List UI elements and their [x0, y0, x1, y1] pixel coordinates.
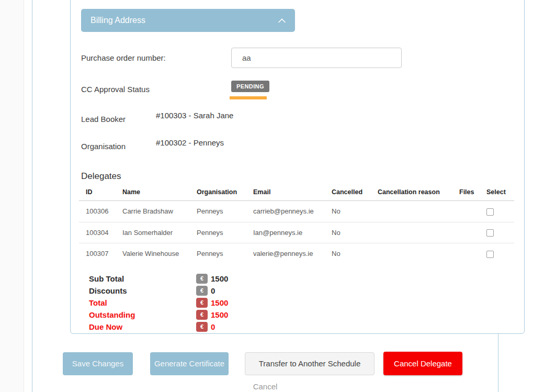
section-header-label: Billing Address [90, 16, 145, 25]
cell-name: Ian Somerhalder [116, 222, 190, 243]
purchase-order-input[interactable] [231, 48, 402, 68]
outstanding-value: 1500 [211, 310, 228, 319]
cc-approval-row: CC Approval Status PENDING [81, 81, 514, 99]
cell-files [452, 222, 480, 243]
billing-outer-panel: Billing Address Purchase order number: C… [32, 0, 498, 392]
col-header-email: Email [246, 185, 325, 201]
euro-icon: € [196, 298, 208, 308]
cell-select [480, 243, 514, 264]
select-checkbox[interactable] [486, 251, 494, 258]
cell-id: 100306 [79, 201, 116, 222]
cell-cancelled: No [325, 222, 371, 243]
total-label: Total [89, 298, 196, 307]
totals-section: Sub Total € 1500 Discounts € 0 Total € 1… [89, 273, 514, 333]
euro-icon: € [196, 274, 208, 284]
outstanding-row: Outstanding € 1500 [89, 309, 514, 321]
cell-id: 100304 [79, 222, 116, 243]
table-row: 100306 Carrie Bradshaw Penneys carrieb@p… [79, 201, 514, 222]
transfer-schedule-button[interactable]: Transfer to Another Schedule [245, 352, 375, 375]
cell-files [452, 201, 480, 222]
select-checkbox[interactable] [486, 208, 494, 216]
euro-icon: € [196, 310, 208, 320]
cell-organisation: Penneys [190, 243, 246, 264]
organisation-label: Organisation [81, 138, 156, 151]
cell-cancellation-reason [371, 201, 452, 222]
cc-approval-status: PENDING [231, 81, 269, 99]
col-header-files: Files [452, 185, 480, 201]
table-row: 100307 Valerie Winehouse Penneys valerie… [79, 243, 514, 264]
status-underline-bar [230, 96, 267, 99]
lead-booker-row: Lead Booker #100303 - Sarah Jane [81, 111, 514, 124]
col-header-cancelled: Cancelled [325, 185, 371, 201]
col-header-organisation: Organisation [190, 185, 246, 201]
purchase-order-row: Purchase order number: [81, 48, 514, 68]
outstanding-label: Outstanding [89, 310, 196, 319]
euro-icon: € [196, 286, 208, 296]
col-header-id: ID [79, 185, 116, 201]
cell-email: valerie@penneys.ie [246, 243, 325, 264]
billing-card: Billing Address Purchase order number: C… [70, 0, 525, 334]
table-header-row: ID Name Organisation Email Cancelled Can… [79, 185, 514, 201]
due-now-label: Due Now [89, 322, 196, 331]
cell-email: carrieb@penneys.ie [246, 201, 325, 222]
euro-icon: € [196, 322, 208, 332]
cell-cancelled: No [325, 201, 371, 222]
discounts-label: Discounts [89, 286, 196, 295]
cell-name: Valerie Winehouse [116, 243, 190, 264]
subtotal-value: 1500 [211, 274, 228, 283]
cc-approval-label: CC Approval Status [81, 81, 231, 94]
cancel-link-wrap: Cancel [32, 382, 498, 391]
delegates-table: ID Name Organisation Email Cancelled Can… [79, 185, 514, 264]
generate-certificate-button[interactable]: Generate Certificate [150, 352, 229, 375]
organisation-value: #100302 - Penneys [156, 138, 224, 147]
select-checkbox[interactable] [486, 229, 494, 237]
due-now-value: 0 [211, 322, 215, 331]
total-value: 1500 [211, 298, 228, 307]
cell-organisation: Penneys [190, 201, 246, 222]
col-header-select: Select [480, 185, 514, 201]
chevron-up-icon [278, 16, 286, 25]
cell-name: Carrie Bradshaw [116, 201, 190, 222]
cell-organisation: Penneys [190, 222, 246, 243]
cancel-link[interactable]: Cancel [253, 382, 278, 391]
discounts-row: Discounts € 0 [89, 285, 514, 297]
cell-files [452, 243, 480, 264]
due-now-row: Due Now € 0 [89, 321, 514, 333]
subtotal-row: Sub Total € 1500 [89, 273, 514, 285]
organisation-row: Organisation #100302 - Penneys [81, 138, 514, 151]
action-buttons-bar: Save Changes Generate Certificate Transf… [63, 352, 462, 375]
subtotal-label: Sub Total [89, 274, 196, 283]
cell-cancelled: No [325, 243, 371, 264]
save-changes-button[interactable]: Save Changes [63, 352, 133, 375]
cancel-delegate-button[interactable]: Cancel Delegate [383, 352, 462, 375]
cell-id: 100307 [79, 243, 116, 264]
col-header-cancellation-reason: Cancellation reason [371, 185, 452, 201]
lead-booker-label: Lead Booker [81, 111, 156, 124]
lead-booker-value: #100303 - Sarah Jane [156, 111, 233, 120]
page-left-gutter [0, 0, 24, 392]
cell-select [480, 201, 514, 222]
cell-cancellation-reason [371, 222, 452, 243]
cell-email: Ian@penneys.ie [246, 222, 325, 243]
discounts-value: 0 [211, 286, 215, 295]
cell-select [480, 222, 514, 243]
delegates-title: Delegates [81, 171, 514, 182]
total-row: Total € 1500 [89, 297, 514, 309]
col-header-name: Name [116, 185, 190, 201]
table-row: 100304 Ian Somerhalder Penneys Ian@penne… [79, 222, 514, 243]
billing-address-section-header[interactable]: Billing Address [81, 9, 295, 32]
cell-cancellation-reason [371, 243, 452, 264]
status-badge: PENDING [231, 81, 269, 92]
purchase-order-label: Purchase order number: [81, 53, 231, 62]
